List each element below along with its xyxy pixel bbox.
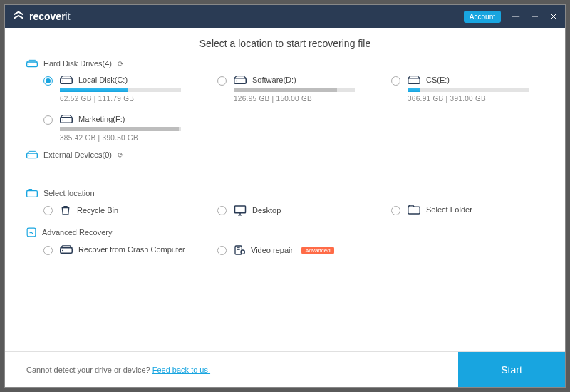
radio-recycle-bin[interactable] bbox=[43, 206, 53, 215]
svg-rect-13 bbox=[235, 206, 246, 213]
radio-crash-computer[interactable] bbox=[43, 246, 53, 255]
drive-option-e[interactable]: CS(E:) 366.91 GB | 391.00 GB bbox=[391, 75, 544, 103]
radio-drive-f[interactable] bbox=[43, 115, 53, 125]
recycle-bin-icon bbox=[60, 205, 71, 216]
external-section-title: External Devices(0) bbox=[43, 150, 112, 159]
hamburger-menu-icon[interactable] bbox=[511, 11, 521, 21]
location-section-icon bbox=[26, 189, 38, 197]
select-location-options: Recycle Bin Desktop Sele bbox=[26, 205, 544, 219]
start-button[interactable]: Start bbox=[458, 352, 565, 387]
drive-label: Marketing(F:) bbox=[78, 115, 125, 123]
advanced-badge: Advanced bbox=[301, 247, 334, 254]
advanced-section-title: Advanced Recovery bbox=[42, 228, 112, 237]
radio-drive-c[interactable] bbox=[43, 76, 53, 86]
drive-icon bbox=[234, 75, 247, 85]
drive-usage-bar bbox=[234, 88, 355, 92]
svg-point-5 bbox=[236, 81, 237, 82]
drive-option-d[interactable]: Software(D:) 126.95 GB | 150.00 GB bbox=[217, 75, 370, 103]
app-logo: recoverit bbox=[12, 10, 71, 23]
svg-point-17 bbox=[62, 250, 63, 252]
hard-disk-section-header: Hard Disk Drives(4) ⟳ bbox=[26, 59, 544, 68]
crash-computer-icon bbox=[60, 244, 73, 254]
drive-usage-text: 366.91 GB | 391.00 GB bbox=[408, 95, 544, 103]
drive-label: CS(E:) bbox=[426, 76, 450, 84]
footer-text: Cannot detect your drive or device? Feed… bbox=[26, 366, 210, 374]
desktop-icon bbox=[234, 205, 247, 216]
radio-desktop[interactable] bbox=[217, 206, 227, 215]
location-option-recycle-bin[interactable]: Recycle Bin bbox=[43, 205, 196, 219]
svg-point-11 bbox=[28, 155, 29, 156]
advanced-option-crash-computer[interactable]: Recover from Crash Computer bbox=[43, 244, 196, 259]
minimize-icon[interactable] bbox=[531, 12, 539, 21]
location-option-select-folder[interactable]: Select Folder bbox=[391, 205, 544, 219]
advanced-label: Recover from Crash Computer bbox=[78, 245, 185, 254]
feedback-link[interactable]: Feed back to us. bbox=[152, 366, 210, 374]
radio-select-folder[interactable] bbox=[391, 206, 400, 215]
drive-icon bbox=[408, 75, 420, 85]
external-devices-section-header: External Devices(0) ⟳ bbox=[26, 150, 544, 159]
footer: Cannot detect your drive or device? Feed… bbox=[5, 351, 565, 387]
drive-usage-bar bbox=[60, 88, 181, 92]
radio-drive-e[interactable] bbox=[391, 76, 400, 86]
drive-usage-text: 126.95 GB | 150.00 GB bbox=[234, 95, 370, 103]
refresh-icon[interactable]: ⟳ bbox=[118, 60, 123, 68]
account-button[interactable]: Account bbox=[464, 11, 501, 23]
location-label: Desktop bbox=[252, 206, 281, 215]
folder-icon bbox=[408, 205, 420, 215]
drive-label: Software(D:) bbox=[252, 76, 296, 84]
drive-section-icon bbox=[26, 59, 38, 68]
drive-usage-bar bbox=[60, 127, 181, 131]
close-icon[interactable] bbox=[549, 12, 558, 21]
drive-icon bbox=[60, 114, 73, 124]
svg-point-3 bbox=[62, 81, 63, 82]
drive-usage-text: 385.42 GB | 390.50 GB bbox=[60, 134, 196, 142]
drive-usage-bar bbox=[408, 88, 529, 92]
brand-name-thin: it bbox=[66, 11, 71, 22]
svg-point-1 bbox=[28, 64, 29, 65]
location-option-desktop[interactable]: Desktop bbox=[217, 205, 370, 219]
video-repair-icon bbox=[234, 244, 245, 256]
brand-name-bold: recover bbox=[29, 11, 66, 22]
svg-point-9 bbox=[62, 120, 63, 121]
drive-icon bbox=[60, 75, 73, 85]
svg-rect-12 bbox=[27, 191, 38, 197]
advanced-recovery-section-header: Advanced Recovery bbox=[26, 227, 544, 237]
svg-point-7 bbox=[410, 81, 411, 82]
page-heading: Select a location to start recovering fi… bbox=[26, 38, 544, 49]
titlebar: recoverit Account bbox=[5, 5, 565, 28]
advanced-option-video-repair[interactable]: Video repair Advanced bbox=[217, 244, 370, 259]
drive-usage-text: 62.52 GB | 111.79 GB bbox=[60, 95, 196, 103]
logo-icon bbox=[12, 10, 25, 23]
advanced-options: Recover from Crash Computer Video repair… bbox=[26, 244, 544, 259]
drive-option-f[interactable]: Marketing(F:) 385.42 GB | 390.50 GB bbox=[43, 114, 196, 142]
hard-disk-options: Local Disk(C:) 62.52 GB | 111.79 GB Soft… bbox=[26, 75, 544, 142]
location-label: Select Folder bbox=[426, 205, 472, 214]
radio-drive-d[interactable] bbox=[217, 76, 227, 86]
advanced-section-icon bbox=[26, 227, 36, 237]
select-location-section-header: Select location bbox=[26, 189, 544, 197]
external-section-icon bbox=[26, 150, 38, 159]
select-location-section-title: Select location bbox=[43, 189, 95, 197]
advanced-label: Video repair bbox=[251, 246, 293, 254]
hard-disk-section-title: Hard Disk Drives(4) bbox=[43, 59, 112, 68]
refresh-icon[interactable]: ⟳ bbox=[118, 151, 123, 159]
radio-video-repair[interactable] bbox=[217, 246, 227, 255]
drive-option-c[interactable]: Local Disk(C:) 62.52 GB | 111.79 GB bbox=[43, 75, 196, 103]
drive-label: Local Disk(C:) bbox=[78, 76, 128, 84]
svg-rect-14 bbox=[408, 207, 420, 214]
location-label: Recycle Bin bbox=[77, 206, 118, 215]
